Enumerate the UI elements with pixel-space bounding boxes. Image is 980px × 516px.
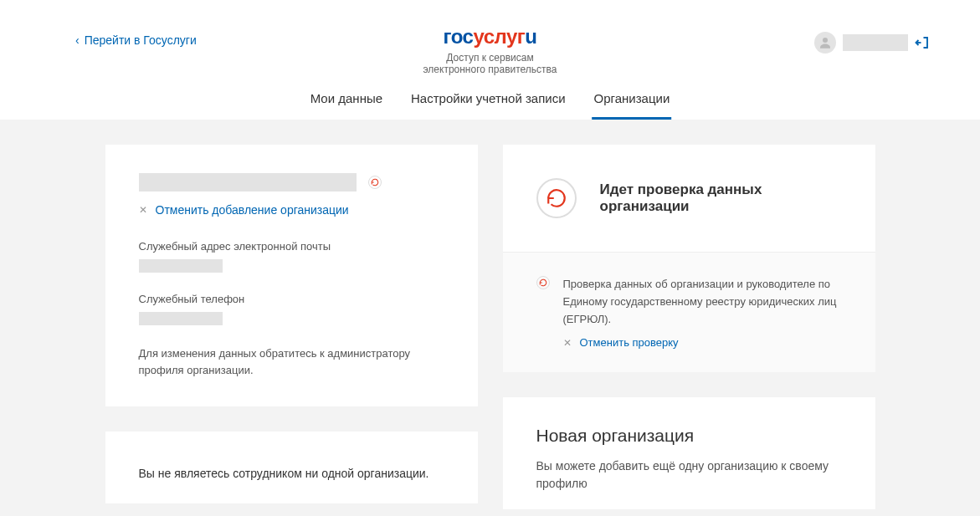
refresh-icon[interactable] [368, 176, 382, 189]
organization-card: ✕ Отменить добавление организации Служеб… [105, 145, 478, 406]
phone-value [139, 312, 223, 325]
new-org-title: Новая организация [536, 426, 842, 446]
phone-field-group: Служебный телефон [139, 293, 444, 325]
tab-organizations[interactable]: Организации [593, 91, 672, 120]
back-link-label: Перейти в Госуслуги [85, 33, 197, 47]
content: ✕ Отменить добавление организации Служеб… [0, 120, 980, 516]
phone-label: Служебный телефон [139, 293, 444, 305]
big-refresh-icon [536, 178, 577, 218]
tab-account-settings[interactable]: Настройки учетной записи [409, 91, 567, 120]
employee-note: Вы не являетесь сотрудником ни одной орг… [139, 460, 444, 487]
tabs: Мои данные Настройки учетной записи Орга… [309, 91, 672, 120]
logo-area: госуслугu Доступ к сервисам электронного… [423, 25, 557, 75]
check-body-text-wrap: Проверка данных об организации и руковод… [563, 276, 842, 349]
cancel-add-label: Отменить добавление организации [156, 203, 349, 217]
email-field-group: Служебный адрес электронной почты [139, 240, 444, 273]
org-name-row [139, 173, 444, 192]
check-body: Проверка данных об организации и руковод… [503, 252, 875, 372]
cancel-check-link[interactable]: ✕ Отменить проверку [563, 336, 842, 349]
refresh-small-icon [536, 276, 550, 289]
back-to-gosuslugi-link[interactable]: ‹ Перейти в Госуслуги [75, 33, 197, 47]
email-value [139, 259, 223, 273]
svg-point-0 [823, 38, 828, 43]
left-column: ✕ Отменить добавление организации Служеб… [105, 145, 478, 516]
chevron-left-icon: ‹ [75, 33, 80, 47]
employee-card: Вы не являетесь сотрудником ни одной орг… [105, 432, 478, 503]
admin-note: Для изменения данных обратитесь к админи… [139, 345, 444, 378]
right-column: Идет проверка данных организации Проверк… [503, 145, 875, 516]
email-label: Служебный адрес электронной почты [139, 240, 444, 253]
cancel-check-label: Отменить проверку [580, 336, 679, 349]
logout-icon[interactable] [915, 35, 930, 50]
close-icon: ✕ [563, 337, 572, 349]
check-title: Идет проверка данных организации [600, 181, 842, 215]
check-body-text: Проверка данных об организации и руковод… [563, 276, 842, 328]
avatar[interactable] [814, 32, 836, 54]
tab-my-data[interactable]: Мои данные [309, 91, 384, 120]
header: ‹ Перейти в Госуслуги госуслугu Доступ к… [0, 0, 980, 120]
logo-subtitle-1: Доступ к сервисам [423, 52, 557, 64]
user-area [814, 32, 930, 54]
user-icon [818, 35, 833, 50]
logo: госуслугu [423, 25, 557, 49]
cancel-add-org-link[interactable]: ✕ Отменить добавление организации [139, 203, 444, 217]
org-name [139, 173, 357, 192]
check-header: Идет проверка данных организации [503, 145, 875, 252]
logo-subtitle-2: электронного правительства [423, 64, 557, 75]
username[interactable] [843, 34, 908, 51]
close-icon: ✕ [139, 204, 147, 216]
new-org-text: Вы можете добавить ещё одну организацию … [536, 457, 842, 493]
new-org-card: Новая организация Вы можете добавить ещё… [503, 397, 875, 509]
check-card: Идет проверка данных организации Проверк… [503, 145, 875, 372]
